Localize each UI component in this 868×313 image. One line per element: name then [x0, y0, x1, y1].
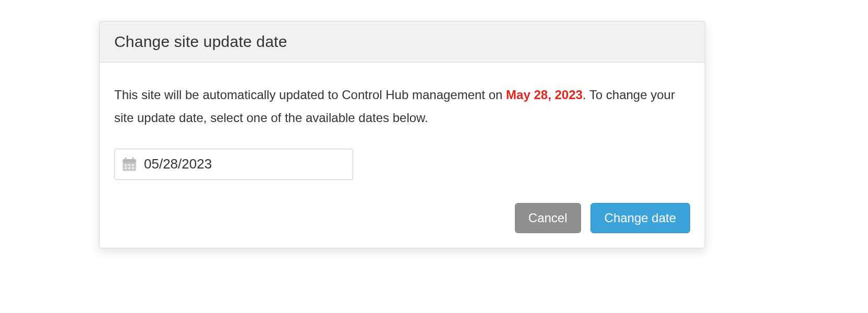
change-update-date-dialog: Change site update date This site will b… [99, 21, 705, 248]
calendar-icon [120, 155, 139, 174]
svg-rect-7 [125, 167, 127, 168]
cancel-button[interactable]: Cancel [515, 203, 581, 233]
svg-rect-8 [128, 167, 130, 168]
svg-rect-4 [125, 164, 127, 166]
svg-rect-6 [132, 164, 134, 166]
svg-rect-2 [125, 157, 127, 160]
svg-rect-1 [123, 159, 136, 163]
description-prefix: This site will be automatically updated … [114, 88, 506, 102]
svg-rect-9 [132, 167, 134, 168]
dialog-description: This site will be automatically updated … [114, 83, 690, 130]
date-value: 05/28/2023 [144, 156, 212, 172]
dialog-title: Change site update date [114, 33, 690, 51]
dialog-footer: Cancel Change date [100, 192, 705, 248]
highlight-date: May 28, 2023 [506, 88, 583, 102]
svg-rect-5 [128, 164, 130, 166]
dialog-body: This site will be automatically updated … [100, 63, 705, 192]
change-date-button[interactable]: Change date [590, 203, 690, 233]
date-input[interactable]: 05/28/2023 [114, 149, 353, 180]
dialog-header: Change site update date [100, 21, 705, 63]
svg-rect-3 [132, 157, 134, 160]
